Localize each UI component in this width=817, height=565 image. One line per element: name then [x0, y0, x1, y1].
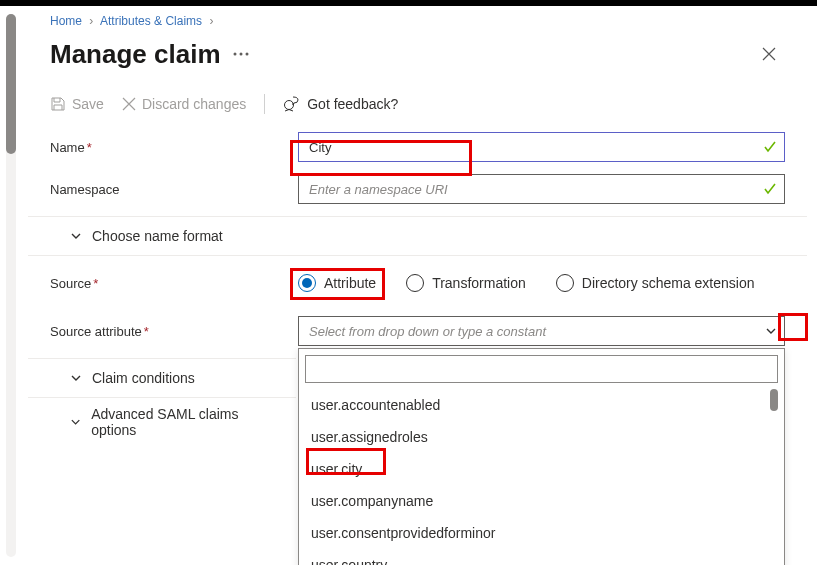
svg-point-2 [245, 53, 248, 56]
page-title: Manage claim [50, 39, 221, 70]
name-input[interactable] [298, 132, 785, 162]
name-label: Name* [50, 140, 298, 155]
option-user-companyname[interactable]: user.companyname [305, 485, 778, 517]
chevron-right-icon: › [205, 14, 217, 28]
chevron-down-icon [70, 416, 81, 428]
page-scrollbar[interactable] [6, 14, 16, 557]
advanced-saml-section[interactable]: Advanced SAML claims options [28, 398, 296, 446]
ellipsis-icon [233, 52, 249, 56]
chevron-down-icon [70, 230, 82, 242]
source-radio-group: Attribute Transformation Directory schem… [298, 274, 755, 292]
chevron-down-icon [70, 372, 82, 384]
scrollbar-thumb[interactable] [6, 14, 16, 154]
radio-attribute-label: Attribute [324, 275, 376, 291]
close-icon [762, 47, 776, 61]
section-label: Claim conditions [92, 370, 195, 386]
breadcrumb-home[interactable]: Home [50, 14, 82, 28]
claim-conditions-section[interactable]: Claim conditions [28, 358, 296, 398]
radio-dse-label: Directory schema extension [582, 275, 755, 291]
namespace-label: Namespace [50, 182, 298, 197]
save-label: Save [72, 96, 104, 112]
option-user-city[interactable]: user.city [305, 453, 778, 485]
radio-transformation-label: Transformation [432, 275, 526, 291]
namespace-input[interactable] [298, 174, 785, 204]
save-button: Save [50, 96, 104, 112]
chevron-down-icon[interactable] [765, 325, 777, 337]
option-user-consentprovidedforminor[interactable]: user.consentprovidedforminor [305, 517, 778, 549]
option-user-assignedroles[interactable]: user.assignedroles [305, 421, 778, 453]
more-actions-button[interactable] [233, 52, 249, 56]
discard-label: Discard changes [142, 96, 246, 112]
save-icon [50, 96, 66, 112]
feedback-label: Got feedback? [307, 96, 398, 112]
toolbar-divider [264, 94, 265, 114]
dropdown-panel: user.accountenabled user.assignedroles u… [298, 348, 785, 565]
svg-point-3 [285, 101, 294, 110]
radio-directory-schema-extension[interactable]: Directory schema extension [556, 274, 755, 292]
dropdown-display[interactable]: Select from drop down or type a constant [298, 316, 785, 346]
close-button[interactable] [753, 38, 785, 70]
breadcrumb-attributes-claims[interactable]: Attributes & Claims [100, 14, 202, 28]
section-label: Advanced SAML claims options [91, 406, 274, 438]
dropdown-scrollbar[interactable] [770, 389, 778, 411]
chevron-right-icon: › [85, 14, 97, 28]
radio-transformation[interactable]: Transformation [406, 274, 526, 292]
svg-point-0 [233, 53, 236, 56]
feedback-icon [283, 96, 301, 112]
breadcrumb: Home › Attributes & Claims › [28, 10, 807, 32]
svg-point-1 [239, 53, 242, 56]
discard-icon [122, 97, 136, 111]
discard-button: Discard changes [122, 96, 246, 112]
option-user-country[interactable]: user.country [305, 549, 778, 565]
choose-name-format-section[interactable]: Choose name format [28, 216, 807, 256]
dropdown-search-input[interactable] [305, 355, 778, 383]
source-attribute-dropdown[interactable]: Select from drop down or type a constant… [298, 316, 785, 346]
source-label: Source* [50, 276, 298, 291]
section-label: Choose name format [92, 228, 223, 244]
radio-attribute[interactable]: Attribute [298, 274, 376, 292]
source-attribute-label: Source attribute* [50, 324, 298, 339]
feedback-button[interactable]: Got feedback? [283, 96, 398, 112]
option-user-accountenabled[interactable]: user.accountenabled [305, 389, 778, 421]
